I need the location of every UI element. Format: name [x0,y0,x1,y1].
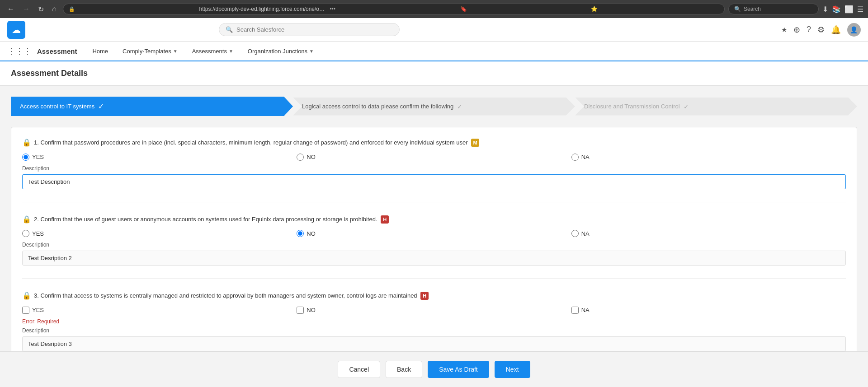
q2-no-option[interactable]: NO [297,230,571,237]
browser-search-bar[interactable]: 🔍 Search [728,4,819,14]
step-1-label: Access control to IT systems [20,103,94,110]
favorites-icon[interactable]: ★ [781,26,787,34]
question-3-text: 3. Confirm that access to systems is cen… [34,291,846,300]
cloud-icon: ☁ [12,24,21,35]
bookmarks-icon: 📚 [832,5,841,14]
help-icon[interactable]: ? [807,25,811,34]
steps-bar: Access control to IT systems ✓ Logical a… [11,97,857,116]
badge-3: H [420,292,429,300]
search-icon: 🔍 [226,26,233,33]
q3-no-checkbox[interactable] [297,307,304,314]
sf-search-input[interactable] [236,26,393,33]
q1-no-option[interactable]: NO [297,154,571,161]
q2-no-label: NO [307,230,316,237]
q1-no-radio[interactable] [297,154,304,161]
question-3-header: 🔒 3. Confirm that access to systems is c… [22,291,846,300]
question-1-block: 🔒 1. Confirm that password procedures ar… [22,138,846,202]
lock-icon-3: 🔒 [22,291,31,300]
browser-chrome: ← → ↻ ⌂ 🔒 https://dpcomply-dev-ed.lightn… [0,0,868,18]
badge-2: H [381,215,389,224]
browser-search-text: Search [744,6,761,12]
nav-org-junctions[interactable]: Organization Junctions ▼ [241,42,320,61]
nav-comply-templates[interactable]: Comply-Templates ▼ [116,42,184,61]
q1-yes-option[interactable]: YES [22,154,297,161]
chevron-down-icon: ▼ [229,49,233,54]
url-text: https://dpcomply-dev-ed.lightning.force.… [199,6,327,12]
step-3-label: Disclosure and Transmission Control [584,103,680,110]
q3-yes-option[interactable]: YES [22,307,297,314]
grid-icon[interactable]: ⋮⋮⋮ [7,46,32,56]
next-button[interactable]: Next [495,361,530,378]
back-button[interactable]: Back [386,361,422,378]
settings-icon[interactable]: ⚙ [817,25,825,35]
lock-icon-1: 🔒 [22,138,31,147]
q1-na-option[interactable]: NA [571,154,846,161]
step-2: Logical access control to data please co… [293,97,575,116]
browser-nav-buttons: ← → ↻ ⌂ [5,4,59,14]
q1-no-label: NO [307,154,316,160]
add-icon[interactable]: ⊕ [793,25,800,35]
sf-header: ☁ 🔍 ★ ⊕ ? ⚙ 🔔 👤 [0,18,868,42]
q1-yes-label: YES [32,154,44,160]
question-3-options: YES NO NA [22,307,846,314]
home-btn[interactable]: ⌂ [49,4,59,14]
address-bar[interactable]: 🔒 https://dpcomply-dev-ed.lightning.forc… [63,4,725,14]
bell-icon[interactable]: 🔔 [831,25,841,35]
q2-no-radio[interactable] [297,230,304,237]
q1-yes-radio[interactable] [22,154,29,161]
step-1-check: ✓ [98,102,104,111]
app-nav: ⋮⋮⋮ Assessment Home Comply-Templates ▼ A… [0,42,868,61]
q3-na-option[interactable]: NA [571,307,846,314]
form-card: 🔒 1. Confirm that password procedures ar… [11,127,857,375]
menu-icon: ☰ [857,5,863,14]
sf-search-box[interactable]: 🔍 [219,23,400,36]
lock-icon-2: 🔒 [22,215,31,224]
question-1-options: YES NO NA [22,154,846,161]
q3-no-option[interactable]: NO [297,307,571,314]
question-2-options: YES NO NA [22,230,846,237]
avatar[interactable]: 👤 [847,23,861,37]
browser-actions: ⬇ 📚 ⬜ ☰ [822,5,863,14]
question-2-block: 🔒 2. Confirm that the use of guest users… [22,215,846,279]
sidebar-icon: ⬜ [844,5,854,14]
reload-btn[interactable]: ↻ [35,4,47,14]
badge-1: M [471,139,479,147]
q2-yes-option[interactable]: YES [22,230,297,237]
q2-yes-radio[interactable] [22,230,29,237]
q1-na-label: NA [581,154,590,160]
step-2-check: ✓ [457,103,462,110]
q2-na-option[interactable]: NA [571,230,846,237]
question-3-desc-input[interactable] [22,336,846,351]
question-2-desc-input[interactable] [22,251,846,266]
q3-na-label: NA [581,307,590,313]
sf-logo: ☁ [7,21,25,39]
q2-yes-label: YES [32,230,44,237]
q3-na-checkbox[interactable] [571,307,579,314]
step-3-check: ✓ [684,103,689,110]
step-2-label: Logical access control to data please co… [302,103,453,110]
step-3: Disclosure and Transmission Control ✓ [575,97,857,116]
question-2-header: 🔒 2. Confirm that the use of guest users… [22,215,846,224]
q2-na-radio[interactable] [571,230,579,237]
save-draft-button[interactable]: Save As Draft [428,361,489,378]
question-2-desc-label: Description [22,242,846,248]
question-2-text: 2. Confirm that the use of guest users o… [34,215,846,224]
sf-header-actions: ★ ⊕ ? ⚙ 🔔 👤 [781,23,861,37]
nav-home[interactable]: Home [86,42,114,61]
back-btn[interactable]: ← [5,4,17,14]
chevron-down-icon: ▼ [309,49,314,54]
q3-yes-checkbox[interactable] [22,307,29,314]
q3-yes-label: YES [32,307,44,313]
nav-assessments[interactable]: Assessments ▼ [186,42,240,61]
question-1-desc-input[interactable] [22,174,846,189]
main-content: Access control to IT systems ✓ Logical a… [0,86,868,387]
question-1-text: 1. Confirm that password procedures are … [34,138,846,147]
q1-na-radio[interactable] [571,154,579,161]
question-3-desc-label: Description [22,327,846,334]
cancel-button[interactable]: Cancel [338,361,380,378]
forward-btn[interactable]: → [20,4,33,14]
question-3-error: Error: Required [22,318,846,325]
question-1-desc-label: Description [22,165,846,172]
chevron-down-icon: ▼ [173,49,178,54]
step-1: Access control to IT systems ✓ [11,97,293,116]
